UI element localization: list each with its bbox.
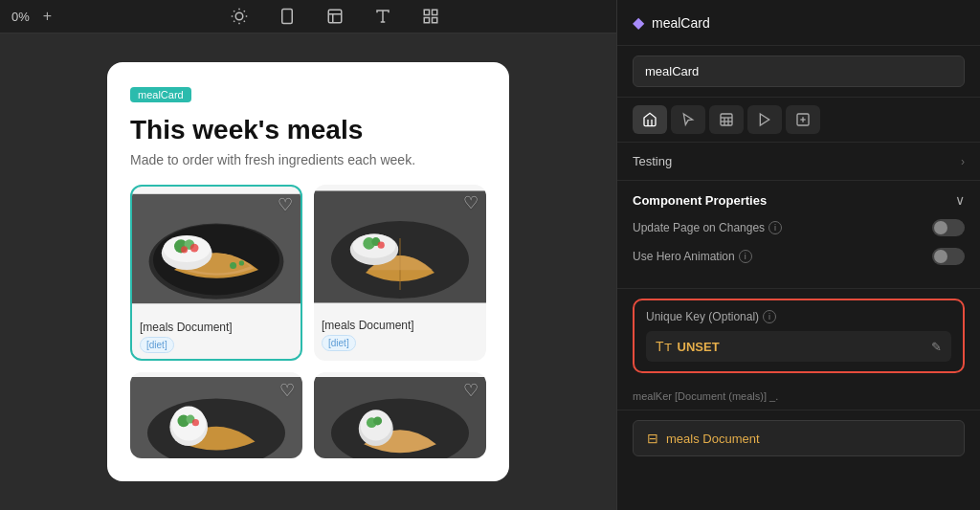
toolbar-left: 0% +: [11, 4, 57, 29]
hero-animation-label: Use Hero Animation i: [633, 250, 752, 263]
sun-icon-btn[interactable]: [223, 4, 256, 29]
grid-icon-btn[interactable]: [633, 105, 667, 134]
mealer-row: mealKer [Document (meals)] _.: [617, 383, 980, 410]
heart-icon-2[interactable]: ♡: [463, 192, 479, 213]
meals-grid: ♡ [meals Document] [diet]: [130, 185, 486, 458]
svg-point-30: [239, 260, 244, 265]
hero-animation-toggle[interactable]: [932, 248, 965, 265]
meal-item-footer-1: [meals Document] [diet]: [132, 315, 301, 359]
svg-line-4: [244, 21, 245, 22]
phone-icon-btn[interactable]: [271, 4, 303, 29]
right-panel: ◆ mealCard: [616, 0, 980, 510]
svg-rect-54: [721, 114, 732, 125]
meal-item-footer-2: [meals Document] [diet]: [314, 313, 486, 357]
update-page-info-icon[interactable]: i: [768, 221, 782, 234]
cursor-icon-btn[interactable]: [671, 105, 705, 134]
unique-key-value-row[interactable]: Tᴛ UNSET ✎: [646, 331, 951, 362]
update-page-row: Update Page on Changes i: [633, 219, 965, 236]
diamond-icon: ◆: [633, 13, 644, 32]
testing-label: Testing: [633, 154, 672, 168]
text-size-icon-btn[interactable]: [367, 4, 399, 29]
meal-card-container: mealCard This week's meals Made to order…: [107, 62, 509, 481]
svg-point-38: [378, 242, 385, 249]
zoom-label: 0%: [11, 10, 30, 24]
layout-icon-btn[interactable]: [319, 4, 351, 29]
svg-rect-16: [424, 10, 429, 14]
meal-item-3[interactable]: ♡: [130, 372, 302, 458]
meal-card-subtitle: Made to order with fresh ingredients eac…: [130, 152, 486, 167]
svg-rect-17: [433, 10, 437, 14]
meal-item-1[interactable]: ♡ [meals Document] [diet]: [130, 185, 302, 361]
panel-component-name: mealCard: [652, 15, 710, 31]
meal-item-4[interactable]: ♡: [314, 372, 486, 458]
svg-line-8: [244, 11, 245, 11]
panel-header: ◆ mealCard: [617, 0, 980, 46]
meal-card-title: This week's meals: [130, 114, 486, 146]
add-button[interactable]: +: [37, 4, 57, 29]
svg-marker-59: [760, 114, 768, 125]
svg-rect-11: [328, 10, 342, 23]
svg-point-28: [181, 246, 188, 253]
food-image-1: [132, 187, 301, 311]
table-icon-btn[interactable]: [709, 105, 744, 134]
food-image-2: [314, 185, 486, 309]
canvas-content: mealCard This week's meals Made to order…: [0, 33, 616, 510]
edit-icon[interactable]: ✎: [931, 340, 942, 354]
add-item-icon-btn[interactable]: [786, 105, 820, 134]
meals-doc-label: meals Document: [666, 432, 760, 446]
svg-line-7: [234, 21, 234, 22]
play-icon-btn[interactable]: [747, 105, 782, 134]
meal-doc-label-1: [meals Document]: [140, 321, 293, 334]
unique-key-label-row: Unique Key (Optional) i: [646, 310, 951, 323]
meals-doc-button[interactable]: ⊟ meals Document: [633, 420, 965, 456]
meal-doc-label-2: [meals Document]: [322, 319, 479, 332]
component-name-input[interactable]: [633, 55, 965, 87]
meal-card-tag: mealCard: [130, 87, 191, 102]
testing-arrow: ›: [961, 155, 965, 168]
unique-key-info-icon[interactable]: i: [763, 310, 776, 323]
svg-point-0: [235, 12, 243, 20]
diet-tag-2: [diet]: [322, 335, 356, 351]
toolbar: 0% +: [0, 0, 616, 33]
toolbar-center: [65, 4, 605, 29]
heart-icon-4[interactable]: ♡: [463, 380, 479, 401]
section-header-row[interactable]: Component Properties ∨: [633, 192, 965, 208]
panel-icons-row: [617, 98, 980, 143]
unique-key-label: Unique Key (Optional): [646, 310, 759, 323]
svg-line-3: [234, 11, 234, 11]
svg-rect-19: [424, 18, 429, 23]
meals-doc-icon: ⊟: [647, 431, 658, 446]
canvas-area: 0% +: [0, 0, 616, 510]
svg-rect-18: [433, 18, 437, 23]
svg-point-45: [192, 419, 199, 426]
testing-row[interactable]: Testing ›: [633, 154, 965, 168]
diet-tag-1: [diet]: [140, 337, 174, 353]
unique-key-value: UNSET: [678, 340, 931, 354]
component-props-title: Component Properties: [633, 193, 767, 208]
mealer-label: mealKer [Document (meals)] _.: [633, 390, 778, 402]
hero-animation-row: Use Hero Animation i: [633, 248, 965, 265]
heart-icon-1[interactable]: ♡: [278, 194, 293, 215]
svg-point-29: [230, 262, 236, 269]
food-image-4: [314, 372, 486, 458]
panel-input-row: [617, 46, 980, 98]
svg-point-27: [190, 244, 199, 253]
testing-section[interactable]: Testing ›: [617, 143, 980, 181]
svg-point-51: [373, 416, 382, 425]
chevron-down-icon[interactable]: ∨: [955, 192, 965, 208]
text-type-icon: Tᴛ: [656, 339, 672, 354]
update-page-label: Update Page on Changes i: [633, 221, 782, 234]
heart-icon-3[interactable]: ♡: [279, 380, 295, 401]
meal-item-2[interactable]: ♡ [meals Document] [diet]: [314, 185, 486, 361]
unique-key-section: Unique Key (Optional) i Tᴛ UNSET ✎: [633, 299, 965, 373]
component-props-section: Component Properties ∨ Update Page on Ch…: [617, 181, 980, 289]
update-page-toggle[interactable]: [932, 219, 965, 236]
settings-icon-btn[interactable]: [414, 4, 447, 29]
hero-animation-info-icon[interactable]: i: [739, 250, 752, 263]
food-image-3: [130, 372, 302, 458]
